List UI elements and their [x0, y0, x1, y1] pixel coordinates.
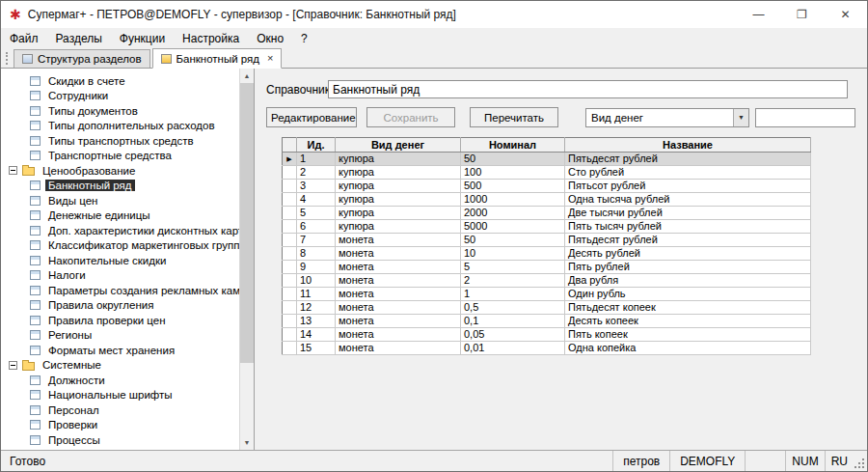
row-selector-cell[interactable] — [283, 234, 297, 247]
grid-cell[interactable]: 0,05 — [461, 328, 565, 342]
row-selector-cell[interactable] — [283, 247, 297, 261]
grid-cell[interactable]: Одна копейка — [565, 342, 811, 355]
grid-cell[interactable]: купюра — [336, 153, 461, 166]
row-selector-cell[interactable] — [283, 207, 297, 220]
grid-cell[interactable]: купюра — [336, 180, 461, 193]
grid-cell[interactable]: Две тысячи рублей — [565, 207, 811, 220]
table-row[interactable]: 5купюра2000Две тысячи рублей — [283, 207, 811, 220]
tree-item[interactable]: Денежные единицы — [1, 208, 239, 224]
tree-item[interactable]: Классификатор маркетинговых групп — [1, 238, 239, 254]
row-selector-cell[interactable] — [283, 220, 297, 234]
row-selector-cell[interactable] — [283, 166, 297, 180]
grid-cell[interactable]: купюра — [336, 166, 461, 180]
tree-scrollbar[interactable]: ▲ ▼ — [239, 69, 254, 450]
grid-cell[interactable]: 500 — [461, 180, 565, 193]
menu-settings[interactable]: Настройка — [174, 30, 248, 47]
collapse-expander-icon[interactable] — [9, 361, 17, 370]
row-selector-cell[interactable] — [283, 193, 297, 207]
row-selector-cell[interactable] — [283, 301, 297, 315]
grid-cell[interactable]: 5000 — [461, 220, 565, 234]
minimize-button[interactable]: — — [737, 1, 780, 28]
grid-cell[interactable]: Пять тысяч рублей — [565, 220, 811, 234]
table-row[interactable]: ▶1купюра50Пятьдесят рублей — [283, 153, 811, 166]
tree-item[interactable]: Правила округления — [1, 298, 239, 314]
grid-cell[interactable]: 4 — [297, 193, 336, 207]
grid-cell[interactable]: купюра — [336, 220, 461, 234]
tree-item[interactable]: Процессы — [1, 432, 239, 448]
table-row[interactable]: 9монета5Пять рублей — [283, 261, 811, 274]
scrollbar-track[interactable] — [240, 363, 254, 435]
menu-window[interactable]: Окно — [248, 30, 292, 47]
grid-cell[interactable]: 15 — [297, 342, 336, 355]
menu-sections[interactable]: Разделы — [47, 30, 111, 47]
table-row[interactable]: 3купюра500Пятьсот рублей — [283, 180, 811, 193]
grid-cell[interactable]: Пятьдесят рублей — [565, 234, 811, 247]
grid-cell[interactable]: Пятьдесят рублей — [565, 153, 811, 166]
grid-cell[interactable]: 7 — [297, 234, 336, 247]
tree-item[interactable]: Накопительные скидки — [1, 253, 239, 268]
menu-file[interactable]: Файл — [1, 30, 47, 47]
row-selector-cell[interactable] — [283, 180, 297, 193]
grid-cell[interactable]: 10 — [461, 247, 565, 261]
save-button[interactable]: Сохранить — [366, 107, 455, 127]
table-row[interactable]: 15монета0,01Одна копейка — [283, 342, 811, 355]
table-row[interactable]: 2купюра100Сто рублей — [283, 166, 811, 180]
grid-cell[interactable]: купюра — [336, 207, 461, 220]
chevron-down-icon[interactable]: ▼ — [733, 109, 748, 126]
grid-cell[interactable]: монета — [336, 261, 461, 274]
grid-cell[interactable]: монета — [336, 288, 461, 301]
table-row[interactable]: 13монета0,1Десять копеек — [283, 315, 811, 328]
row-selector-cell[interactable] — [283, 274, 297, 288]
grid-cell[interactable]: Один рубль — [565, 288, 811, 301]
grid-cell[interactable]: 2000 — [461, 207, 565, 220]
directory-name-field[interactable] — [328, 80, 848, 98]
grid-cell[interactable]: Пятьсот рублей — [565, 180, 811, 193]
row-selector-cell[interactable]: ▶ — [283, 153, 297, 166]
grid-cell[interactable]: Пять копеек — [565, 328, 811, 342]
header-id[interactable]: Ид. — [297, 138, 336, 153]
table-row[interactable]: 10монета2Два рубля — [283, 274, 811, 288]
grid-cell[interactable]: 3 — [297, 180, 336, 193]
table-row[interactable]: 14монета0,05Пять копеек — [283, 328, 811, 342]
grid-cell[interactable]: 11 — [297, 288, 336, 301]
row-selector-cell[interactable] — [283, 315, 297, 328]
grid-cell[interactable]: Десять рублей — [565, 247, 811, 261]
table-row[interactable]: 7монета50Пятьдесят рублей — [283, 234, 811, 247]
table-row[interactable]: 11монета1Один рубль — [283, 288, 811, 301]
edit-button[interactable]: Редактирование — [266, 107, 357, 127]
tree-item[interactable]: Форматы мест хранения — [1, 343, 239, 358]
tree-item[interactable]: Типы дополнительных расходов — [1, 119, 239, 134]
row-selector-cell[interactable] — [283, 328, 297, 342]
table-row[interactable]: 8монета10Десять рублей — [283, 247, 811, 261]
grid-cell[interactable]: Сто рублей — [565, 166, 811, 180]
collapse-expander-icon[interactable] — [9, 166, 17, 175]
grid-cell[interactable]: 1 — [461, 288, 565, 301]
header-nominal[interactable]: Номинал — [461, 138, 565, 153]
maximize-button[interactable]: ❐ — [780, 1, 824, 28]
grid-cell[interactable]: 5 — [297, 207, 336, 220]
tree-item[interactable]: Типы документов — [1, 103, 239, 119]
table-row[interactable]: 12монета0,5Пятьдесят копеек — [283, 301, 811, 315]
tab-structure[interactable]: Структура разделов — [14, 49, 150, 68]
tree-item[interactable]: Национальные шрифты — [1, 388, 239, 403]
grid-cell[interactable]: Одна тысяча рублей — [565, 193, 811, 207]
resize-grip[interactable] — [854, 451, 867, 471]
tree-folder[interactable]: Системные — [1, 358, 239, 374]
grid-cell[interactable]: купюра — [336, 193, 461, 207]
grid-cell[interactable]: 8 — [297, 247, 336, 261]
row-selector-cell[interactable] — [283, 261, 297, 274]
scroll-up-icon[interactable]: ▲ — [240, 69, 254, 83]
grid-cell[interactable]: 2 — [461, 274, 565, 288]
filter-value-field[interactable] — [755, 108, 855, 127]
menu-help[interactable]: ? — [292, 30, 316, 47]
grid-cell[interactable]: 10 — [297, 274, 336, 288]
tree-item[interactable]: Должности — [1, 373, 239, 388]
header-kind[interactable]: Вид денег — [336, 138, 461, 153]
grid-cell[interactable]: монета — [336, 315, 461, 328]
grid-cell[interactable]: монета — [336, 274, 461, 288]
grid-cell[interactable]: 50 — [461, 153, 565, 166]
grid-cell[interactable]: монета — [336, 328, 461, 342]
tree-item[interactable]: Транспортные средства — [1, 149, 239, 164]
grid-cell[interactable]: 0,01 — [461, 342, 565, 355]
grid-cell[interactable]: 1 — [297, 153, 336, 166]
